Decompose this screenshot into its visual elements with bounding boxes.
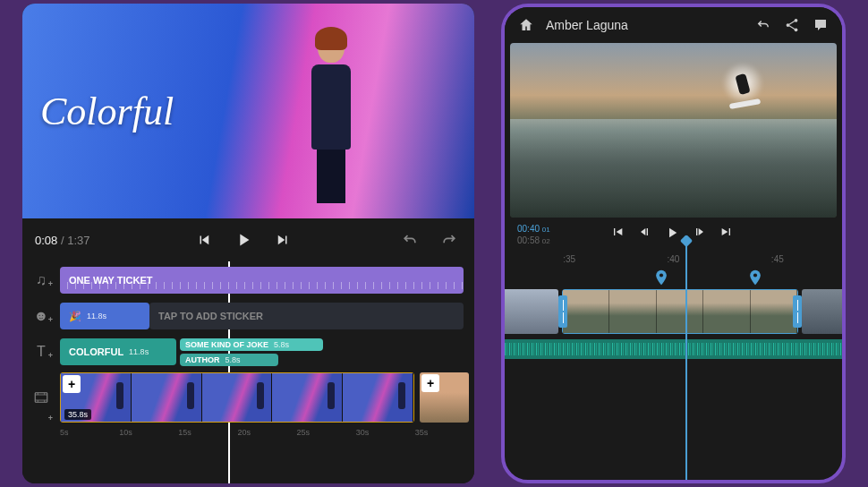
play-button[interactable] (664, 225, 680, 244)
time-ruler: :35:40:45 (505, 251, 842, 268)
music-icon[interactable]: ♫+ (22, 272, 60, 288)
share-icon[interactable] (783, 16, 801, 34)
video-preview[interactable]: Colorful (22, 4, 474, 218)
marker-icon[interactable] (652, 268, 670, 286)
text-clip-sub2[interactable]: AUTHOR5.8s (180, 354, 278, 366)
redo-button[interactable] (437, 227, 462, 252)
trim-handle-right[interactable] (793, 295, 802, 328)
music-clip[interactable]: ONE WAY TICKET (60, 267, 464, 294)
prev-button[interactable] (191, 227, 217, 252)
time-display: 0:08 / 1:37 (35, 234, 89, 247)
comment-icon[interactable] (812, 16, 830, 34)
add-clip-button[interactable]: + (63, 375, 81, 393)
undo-icon[interactable] (754, 16, 772, 34)
marker-icon[interactable] (746, 268, 764, 286)
frame-back-button[interactable] (637, 225, 651, 244)
frame-fwd-button[interactable] (693, 225, 707, 244)
text-track[interactable]: T+ COLORFUL11.8s SOME KIND OF JOKE5.8s A… (22, 337, 474, 367)
video-icon[interactable]: + (22, 372, 60, 423)
undo-button[interactable] (397, 227, 422, 252)
markers (505, 268, 842, 289)
video-clip-2[interactable]: + (420, 372, 469, 423)
editor-right: Amber Laguna 00:40 01 00:58 02 (501, 4, 846, 483)
timeline[interactable]: ♫+ ONE WAY TICKET ☻+ 🎉11.8s TAP TO ADD S… (22, 261, 474, 483)
text-clip-main[interactable]: COLORFUL11.8s (60, 338, 176, 365)
time-ruler: 5s10s15s20s25s30s35s (22, 428, 474, 437)
svg-point-2 (787, 23, 790, 27)
sticker-clip[interactable]: 🎉11.8s (60, 303, 149, 329)
video-track[interactable] (505, 289, 842, 334)
play-button[interactable] (231, 227, 256, 252)
playback-controls: 00:40 01 00:58 02 (505, 218, 842, 251)
timeline[interactable] (505, 268, 842, 480)
svg-point-1 (795, 19, 798, 22)
music-track[interactable]: ♫+ ONE WAY TICKET (22, 265, 474, 295)
svg-rect-0 (35, 393, 47, 403)
text-clip-sub1[interactable]: SOME KIND OF JOKE5.8s (180, 338, 323, 351)
trim-handle-left[interactable] (558, 295, 567, 328)
video-clip-selected[interactable] (562, 289, 798, 334)
video-preview[interactable] (510, 43, 837, 218)
svg-point-3 (795, 28, 798, 31)
playback-controls: 0:08 / 1:37 (22, 218, 474, 261)
home-icon[interactable] (517, 16, 535, 34)
waveform (505, 343, 842, 355)
video-clip-1[interactable]: + 35.8s (60, 372, 414, 423)
audio-track[interactable] (505, 339, 842, 359)
next-button[interactable] (270, 227, 295, 252)
preview-title-overlay: Colorful (40, 89, 174, 134)
svg-point-5 (753, 273, 757, 277)
skip-start-button[interactable] (610, 225, 625, 244)
text-icon[interactable]: T+ (22, 344, 60, 360)
sticker-track[interactable]: ☻+ 🎉11.8s TAP TO ADD STICKER (22, 301, 474, 331)
project-name: Amber Laguna (546, 18, 744, 32)
video-clip[interactable] (505, 289, 558, 334)
video-track[interactable]: + + 35.8s + (22, 372, 474, 423)
editor-left: Colorful 0:08 / 1:37 ♫+ ONE WAY TICKET ☻… (22, 4, 474, 483)
header: Amber Laguna (505, 7, 842, 43)
playhead[interactable] (685, 241, 687, 483)
sticker-icon[interactable]: ☻+ (22, 308, 60, 324)
clip-duration: 35.8s (64, 409, 91, 420)
add-clip-button[interactable]: + (421, 374, 439, 392)
timecode: 00:40 01 00:58 02 (517, 223, 550, 247)
video-clip[interactable] (802, 289, 842, 334)
svg-point-4 (660, 273, 663, 277)
sticker-placeholder[interactable]: TAP TO ADD STICKER (149, 303, 464, 329)
skip-end-button[interactable] (719, 225, 734, 244)
